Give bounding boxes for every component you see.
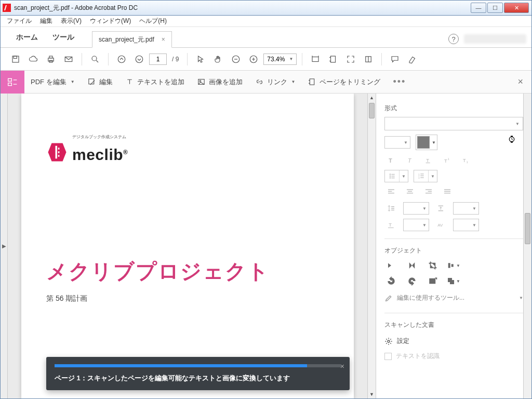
font-size-dropdown[interactable]: ▼ — [384, 136, 410, 149]
document-logo: デジタルブック作成システム meclib® — [46, 140, 329, 164]
window-maximize-button[interactable]: ☐ — [487, 3, 503, 13]
font-family-dropdown[interactable]: ▼ — [384, 117, 523, 130]
fit-width-icon[interactable] — [308, 51, 323, 67]
save-icon[interactable] — [8, 51, 23, 67]
arrange-icon[interactable]: ▼ — [447, 275, 460, 287]
svg-rect-56 — [428, 191, 432, 192]
tabbar: ホーム ツール scan_project_元.pdf × ? — [1, 27, 531, 48]
search-icon[interactable] — [87, 51, 103, 67]
highlight-icon[interactable] — [405, 51, 420, 67]
svg-rect-27 — [511, 136, 513, 137]
section-object-label: オブジェクト — [384, 246, 523, 255]
recognize-text-checkbox[interactable]: テキストを認識 — [384, 349, 523, 364]
line-spacing-field[interactable]: ▼ — [403, 202, 429, 215]
page-up-icon[interactable] — [114, 51, 129, 67]
italic-icon[interactable]: T — [403, 154, 417, 167]
page-down-icon[interactable] — [131, 51, 147, 67]
user-account-area[interactable] — [464, 34, 526, 44]
character-spacing-field[interactable]: ▼ — [453, 219, 479, 231]
edit-tools-dropdown[interactable]: 編集に使用するツール...▼ — [384, 290, 523, 305]
svg-rect-61 — [391, 206, 394, 207]
fullscreen-icon[interactable] — [343, 51, 358, 67]
align-right-icon[interactable] — [422, 185, 435, 198]
svg-rect-24 — [58, 151, 60, 153]
page-number-input[interactable] — [149, 54, 167, 65]
menu-help[interactable]: ヘルプ(H) — [135, 16, 171, 26]
number-list-dropdown[interactable]: 123▼ — [414, 170, 437, 182]
flip-horizontal-icon[interactable] — [384, 259, 398, 272]
menu-window[interactable]: ウィンドウ(W) — [86, 16, 135, 26]
svg-rect-49 — [388, 189, 394, 190]
svg-rect-13 — [331, 56, 336, 62]
horizontal-scale-field[interactable]: ▼ — [403, 219, 429, 231]
align-objects-icon[interactable]: ▼ — [447, 259, 460, 272]
edit-pdf-dropdown[interactable]: PDF を編集▼ — [24, 71, 81, 94]
pdf-page[interactable]: デジタルブック作成システム meclib® メクリブプロジェクト 第 56 期計… — [21, 94, 354, 398]
reading-mode-icon[interactable] — [361, 51, 376, 67]
zoom-level-dropdown[interactable]: 73.4%▼ — [263, 54, 297, 65]
hand-tool-icon[interactable] — [210, 51, 226, 67]
svg-rect-2 — [14, 56, 17, 59]
tab-close-icon[interactable]: × — [162, 36, 165, 43]
underline-icon[interactable]: T — [422, 154, 435, 167]
zoom-in-icon[interactable] — [246, 51, 261, 67]
trim-page-button[interactable]: ページをトリミング — [301, 71, 387, 94]
close-edit-toolbar-icon[interactable]: × — [517, 76, 523, 87]
comment-icon[interactable] — [387, 51, 403, 67]
add-image-button[interactable]: 画像を追加 — [191, 71, 249, 94]
more-tools-button[interactable]: ••• — [387, 71, 412, 94]
rotate-ccw-icon[interactable] — [384, 275, 398, 287]
tab-tools[interactable]: ツール — [45, 28, 82, 47]
svg-rect-68 — [448, 263, 450, 268]
rotate-cw-icon[interactable] — [405, 275, 419, 287]
right-panel-scrollbar[interactable] — [523, 94, 531, 398]
font-color-picker[interactable]: ▼ — [416, 135, 437, 150]
fit-page-icon[interactable] — [325, 51, 341, 67]
subscript-icon[interactable]: T1 — [459, 154, 473, 167]
section-format-label: 形式 — [384, 104, 523, 113]
svg-rect-42 — [391, 178, 394, 178]
svg-rect-28 — [511, 142, 513, 143]
svg-rect-65 — [438, 210, 443, 211]
tab-home[interactable]: ホーム — [9, 28, 45, 47]
svg-text:T: T — [463, 158, 466, 163]
svg-rect-53 — [408, 191, 412, 192]
link-dropdown[interactable]: リンク▼ — [249, 71, 302, 94]
svg-text:T: T — [389, 157, 392, 164]
svg-rect-32 — [426, 163, 430, 163]
replace-image-icon[interactable] — [426, 275, 440, 287]
help-icon[interactable]: ? — [448, 34, 459, 44]
document-scrollbar[interactable]: ▲▼ — [367, 94, 376, 398]
crop-icon[interactable] — [426, 259, 440, 272]
edit-button[interactable]: 編集 — [81, 71, 119, 94]
logo-tagline: デジタルブック作成システム — [72, 134, 128, 140]
add-text-button[interactable]: テキストを追加 — [119, 71, 191, 94]
select-tool-icon[interactable] — [193, 51, 208, 67]
menu-view[interactable]: 表示(V) — [57, 16, 86, 26]
svg-text:T: T — [426, 158, 429, 163]
window-minimize-button[interactable]: — — [471, 3, 486, 13]
print-icon[interactable] — [43, 51, 59, 67]
bold-icon[interactable]: T — [384, 154, 398, 167]
align-justify-icon[interactable] — [441, 185, 454, 198]
window-close-button[interactable]: ✕ — [504, 3, 529, 13]
left-panel-toggle[interactable]: ▶ — [1, 94, 8, 398]
svg-rect-46 — [420, 176, 423, 176]
menu-file[interactable]: ファイル — [3, 16, 36, 26]
svg-rect-0 — [3, 4, 11, 12]
settings-button[interactable]: 設定 — [384, 334, 523, 349]
mail-icon[interactable] — [61, 51, 76, 67]
svg-rect-16 — [8, 83, 12, 85]
edit-mode-indicator[interactable] — [1, 71, 24, 94]
menu-edit[interactable]: 編集 — [36, 16, 57, 26]
tab-document[interactable]: scan_project_元.pdf × — [92, 31, 172, 48]
cloud-icon[interactable] — [25, 51, 41, 67]
superscript-icon[interactable]: T1 — [441, 154, 454, 167]
flip-vertical-icon[interactable] — [405, 259, 419, 272]
paragraph-spacing-field[interactable]: ▼ — [453, 202, 479, 215]
zoom-out-icon[interactable] — [228, 51, 244, 67]
align-center-icon[interactable] — [403, 185, 417, 198]
svg-rect-54 — [407, 193, 413, 193]
align-left-icon[interactable] — [384, 185, 398, 198]
bullet-list-dropdown[interactable]: ▼ — [384, 170, 408, 182]
